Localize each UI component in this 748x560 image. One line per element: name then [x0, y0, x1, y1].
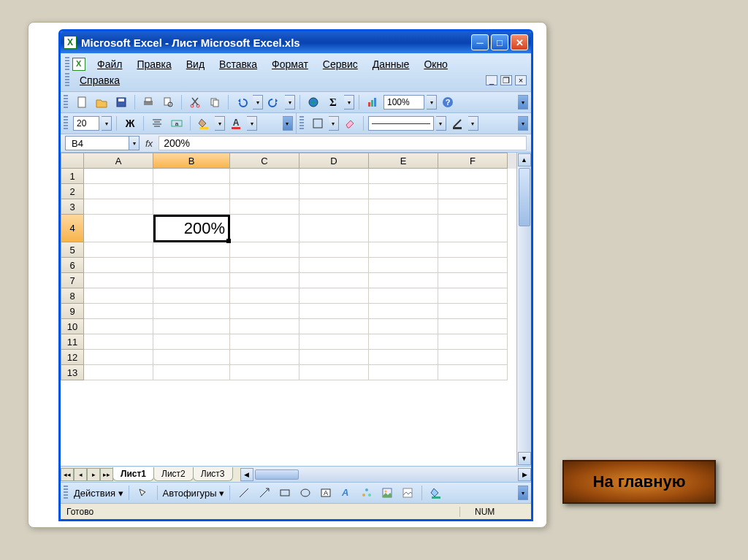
undo-dropdown[interactable]: ▾: [253, 95, 263, 110]
row-header-13[interactable]: 13: [61, 365, 84, 380]
save-icon[interactable]: [112, 94, 130, 110]
cell-D4[interactable]: [299, 215, 369, 242]
autosum-icon[interactable]: Σ: [324, 94, 342, 110]
tab-nav-next[interactable]: ▸: [87, 468, 100, 481]
cell-C13[interactable]: [230, 365, 299, 380]
autosum-dropdown[interactable]: ▾: [344, 95, 354, 110]
textbox-tool-icon[interactable]: A: [317, 485, 335, 501]
clipart-icon[interactable]: [378, 485, 396, 501]
row-header-12[interactable]: 12: [61, 350, 84, 365]
name-box[interactable]: B4: [65, 136, 129, 150]
undo-icon[interactable]: [233, 94, 251, 110]
borders-dropdown[interactable]: ▾: [329, 116, 339, 131]
row-header-3[interactable]: 3: [61, 199, 84, 215]
cell-E13[interactable]: [369, 365, 438, 380]
cell-B11[interactable]: [153, 334, 230, 350]
toolbar-grip-icon[interactable]: [65, 57, 69, 72]
cell-A9[interactable]: [84, 304, 153, 319]
name-box-dropdown[interactable]: ▾: [129, 136, 140, 150]
scroll-thumb[interactable]: [255, 469, 299, 480]
titlebar[interactable]: Microsoft Excel - Лист Microsoft Excel.x…: [61, 31, 531, 53]
redo-dropdown[interactable]: ▾: [285, 95, 295, 110]
row-header-8[interactable]: 8: [61, 288, 84, 304]
col-header-F[interactable]: F: [438, 153, 508, 169]
cell-E7[interactable]: [369, 273, 438, 288]
cell-B13[interactable]: [153, 365, 230, 380]
arrow-tool-icon[interactable]: [256, 485, 273, 501]
toolbar-options-dropdown[interactable]: ▾: [283, 116, 293, 131]
fill-color-dropdown[interactable]: ▾: [215, 116, 225, 131]
rectangle-tool-icon[interactable]: [276, 485, 294, 501]
wordart-icon[interactable]: A: [337, 485, 355, 501]
borders-icon[interactable]: [309, 115, 327, 131]
mdi-minimize-button[interactable]: _: [486, 75, 497, 85]
cell-F4[interactable]: [438, 215, 508, 242]
maximize-button[interactable]: □: [491, 34, 508, 50]
cell-C7[interactable]: [230, 273, 299, 288]
cell-E8[interactable]: [369, 288, 438, 304]
oval-tool-icon[interactable]: [297, 485, 314, 501]
cell-F3[interactable]: [438, 199, 508, 215]
formula-bar[interactable]: 200%: [159, 136, 527, 150]
hyperlink-icon[interactable]: [305, 94, 322, 110]
cell-E5[interactable]: [369, 242, 438, 258]
cell-D6[interactable]: [299, 258, 369, 273]
menu-help[interactable]: Справка: [72, 72, 127, 88]
row-header-2[interactable]: 2: [61, 184, 84, 199]
menu-edit[interactable]: Правка: [129, 56, 178, 72]
print-preview-icon[interactable]: [159, 94, 177, 110]
open-file-icon[interactable]: [93, 94, 110, 110]
cell-E2[interactable]: [369, 184, 438, 199]
toolbar-grip-icon[interactable]: [65, 73, 69, 88]
excel-doc-icon[interactable]: [72, 58, 85, 71]
cell-E11[interactable]: [369, 334, 438, 350]
scroll-down-icon[interactable]: ▼: [518, 452, 531, 465]
sheet-tab-1[interactable]: Лист1: [112, 467, 154, 481]
toolbar-grip-icon[interactable]: [64, 116, 68, 131]
cell-C11[interactable]: [230, 334, 299, 350]
copy-icon[interactable]: [206, 94, 224, 110]
col-header-C[interactable]: C: [230, 153, 299, 169]
cell-E3[interactable]: [369, 199, 438, 215]
cell-F9[interactable]: [438, 304, 508, 319]
cell-A6[interactable]: [84, 258, 153, 273]
menu-file[interactable]: Файл: [90, 56, 129, 72]
select-all-corner[interactable]: [61, 153, 84, 169]
cell-A3[interactable]: [84, 199, 153, 215]
merge-center-icon[interactable]: a: [168, 115, 186, 131]
eraser-icon[interactable]: [341, 115, 359, 131]
scroll-left-icon[interactable]: ◀: [240, 468, 253, 481]
tab-nav-prev[interactable]: ◂: [74, 468, 87, 481]
fill-color-icon[interactable]: [195, 115, 213, 131]
font-size-dropdown[interactable]: ▾: [102, 116, 112, 131]
autoshapes-menu[interactable]: Автофигуры ▾: [163, 488, 225, 499]
cell-C3[interactable]: [230, 199, 299, 215]
chart-wizard-icon[interactable]: [364, 94, 381, 110]
menu-format[interactable]: Формат: [264, 56, 316, 72]
help-icon[interactable]: ?: [439, 94, 457, 110]
toolbar-options-dropdown[interactable]: ▾: [518, 486, 528, 500]
cell-C1[interactable]: [230, 169, 299, 184]
row-header-11[interactable]: 11: [61, 334, 84, 350]
cell-B12[interactable]: [153, 350, 230, 365]
cell-F10[interactable]: [438, 319, 508, 334]
line-color-icon[interactable]: [449, 115, 466, 131]
cell-B6[interactable]: [153, 258, 230, 273]
cell-F11[interactable]: [438, 334, 508, 350]
cell-D11[interactable]: [299, 334, 369, 350]
cell-B2[interactable]: [153, 184, 230, 199]
menu-insert[interactable]: Вставка: [212, 56, 264, 72]
home-button[interactable]: На главную: [562, 460, 716, 504]
scroll-right-icon[interactable]: ▶: [518, 468, 531, 481]
cell-F12[interactable]: [438, 350, 508, 365]
cell-B7[interactable]: [153, 273, 230, 288]
cell-B9[interactable]: [153, 304, 230, 319]
minimize-button[interactable]: ─: [471, 34, 489, 50]
cell-D12[interactable]: [299, 350, 369, 365]
cell-D8[interactable]: [299, 288, 369, 304]
diagram-icon[interactable]: [358, 485, 375, 501]
close-button[interactable]: ✕: [511, 34, 528, 50]
redo-icon[interactable]: [265, 94, 283, 110]
cell-A11[interactable]: [84, 334, 153, 350]
cell-A12[interactable]: [84, 350, 153, 365]
